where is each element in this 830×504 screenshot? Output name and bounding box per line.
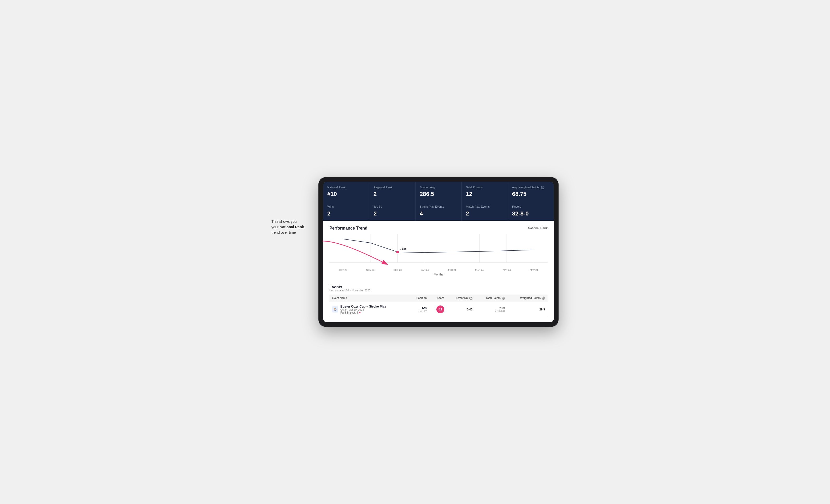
event-rank-impact: Rank Impact: 3 ▼ (340, 311, 386, 314)
trend-title: Performance Trend (329, 226, 368, 231)
stat-scoring-avg: Scoring Avg. 286.5 (416, 182, 461, 201)
stat-regional-rank-label: Regional Rank (374, 186, 411, 189)
col-total-points: Total Points ⓘ (475, 295, 507, 302)
stat-top3s-label: Top 3s (374, 205, 411, 208)
scene: This shows you your National Rank trend … (272, 177, 558, 327)
col-event-name: Event Name (329, 295, 409, 302)
chart-rank-label: • #10 (401, 248, 407, 251)
event-name-cell: 🏌 Buster Cozy Cup – Stroke Play Oct 9 - … (329, 302, 409, 317)
stat-scoring-avg-value: 286.5 (420, 191, 457, 198)
tablet-screen: National Rank #10 Regional Rank 2 Scorin… (323, 182, 554, 322)
events-table-body: 🏌 Buster Cozy Cup – Stroke Play Oct 9 - … (329, 302, 548, 317)
event-sg-cell: 0.45 (447, 302, 475, 317)
chart-active-dot (396, 251, 399, 253)
stat-regional-rank: Regional Rank 2 (369, 182, 415, 201)
events-table: Event Name Position Score Event SG ⓘ Tot… (329, 295, 548, 317)
event-date: Oct 9 - Oct 10, 2023 (340, 308, 386, 311)
event-icon: 🏌 (332, 306, 338, 312)
stat-national-rank-value: #10 (327, 191, 365, 198)
event-score-badge: -22 (437, 305, 444, 313)
stat-total-rounds: Total Rounds 12 (462, 182, 508, 201)
stat-match-play: Match Play Events 2 (462, 201, 508, 221)
stat-total-rounds-label: Total Rounds (466, 186, 504, 189)
x-axis-labels: OCT 23 NOV 23 DEC 23 JAN 24 FEB 24 MAR 2… (329, 268, 548, 272)
chart-svg: • #10 (329, 234, 548, 268)
table-row: 🏌 Buster Cozy Cup – Stroke Play Oct 9 - … (329, 302, 548, 317)
event-info: Buster Cozy Cup – Stroke Play Oct 9 - Oc… (340, 305, 386, 314)
stat-regional-rank-value: 2 (374, 191, 411, 198)
annotation-text3: trend over time (272, 230, 296, 235)
stat-wins: Wins 2 (323, 201, 369, 221)
col-event-sg: Event SG ⓘ (447, 295, 475, 302)
event-name: Buster Cozy Cup – Stroke Play (340, 305, 386, 308)
stat-wins-label: Wins (327, 205, 365, 208)
stats-row2: Wins 2 Top 3s 2 Stroke Play Events 4 Mat… (323, 201, 554, 221)
x-label-mar24: MAR 24 (466, 269, 493, 271)
stat-national-rank: National Rank #10 (323, 182, 369, 201)
event-sg-info-icon: ⓘ (469, 297, 472, 300)
x-label-nov23: NOV 23 (357, 269, 384, 271)
stat-stroke-play: Stroke Play Events 4 (416, 201, 461, 221)
stat-scoring-avg-label: Scoring Avg. (420, 186, 457, 189)
events-section: Events Last updated: 24th November 2023 … (323, 281, 554, 322)
trend-chart: • #10 (329, 234, 548, 268)
col-weighted-points: Weighted Points ⓘ (508, 295, 548, 302)
x-label-jan24: JAN 24 (411, 269, 439, 271)
stat-national-rank-label: National Rank (327, 186, 365, 189)
event-name-wrapper: 🏌 Buster Cozy Cup – Stroke Play Oct 9 - … (332, 305, 406, 314)
annotation: This shows you your National Rank trend … (272, 219, 324, 235)
stat-match-play-label: Match Play Events (466, 205, 504, 208)
stat-wins-value: 2 (327, 210, 365, 217)
weighted-points-info-icon: ⓘ (542, 297, 545, 300)
total-points-info-icon: ⓘ (502, 297, 505, 300)
stats-row1: National Rank #10 Regional Rank 2 Scorin… (323, 182, 554, 201)
event-weighted-points-cell: 28.3 (508, 302, 548, 317)
x-label-dec23: DEC 23 (384, 269, 411, 271)
x-label-feb24: FEB 24 (439, 269, 466, 271)
stat-avg-weighted-label: Avg. Weighted Points ⓘ (512, 186, 550, 189)
trend-section: Performance Trend National Rank (323, 221, 554, 281)
trend-header: Performance Trend National Rank (329, 226, 548, 231)
x-label-oct23: OCT 23 (329, 269, 357, 271)
event-position-sub: out of 7 (411, 310, 427, 312)
event-total-points-cell: 28.3 3 Rounds (475, 302, 507, 317)
events-title: Events (329, 284, 548, 289)
event-total-rounds: 3 Rounds (478, 310, 505, 312)
event-total-points: 28.3 (478, 306, 505, 310)
stat-avg-weighted: Avg. Weighted Points ⓘ 68.75 (508, 182, 554, 201)
annotation-text1: This shows you (272, 220, 296, 224)
x-label-apr24: APR 24 (493, 269, 520, 271)
stat-top3s-value: 2 (374, 210, 411, 217)
tablet-device: National Rank #10 Regional Rank 2 Scorin… (318, 177, 558, 327)
stat-stroke-play-label: Stroke Play Events (420, 205, 457, 208)
col-score: Score (429, 295, 447, 302)
rank-impact-arrow: ▼ (359, 311, 361, 314)
stat-record: Record 32-8-0 (508, 201, 554, 221)
event-sg-value: 0.45 (467, 308, 472, 311)
stat-stroke-play-value: 4 (420, 210, 457, 217)
event-weighted-points: 28.3 (540, 308, 545, 311)
event-score-cell: -22 (429, 302, 447, 317)
x-label-may24: MAY 24 (520, 269, 548, 271)
event-position-cell: 6th out of 7 (409, 302, 429, 317)
stat-top3s: Top 3s 2 (369, 201, 415, 221)
stat-total-rounds-value: 12 (466, 191, 504, 198)
events-table-header: Event Name Position Score Event SG ⓘ Tot… (329, 295, 548, 302)
annotation-bold: National Rank (280, 225, 304, 229)
info-icon: ⓘ (541, 186, 544, 189)
col-position: Position (409, 295, 429, 302)
stat-avg-weighted-value: 68.75 (512, 191, 550, 198)
stat-record-value: 32-8-0 (512, 210, 550, 217)
stat-match-play-value: 2 (466, 210, 504, 217)
x-axis-title: Months (329, 273, 548, 276)
annotation-text2: your (272, 225, 280, 229)
stat-record-label: Record (512, 205, 550, 208)
events-last-updated: Last updated: 24th November 2023 (329, 289, 548, 292)
event-position: 6th (411, 306, 427, 310)
trend-right-label: National Rank (528, 227, 548, 230)
